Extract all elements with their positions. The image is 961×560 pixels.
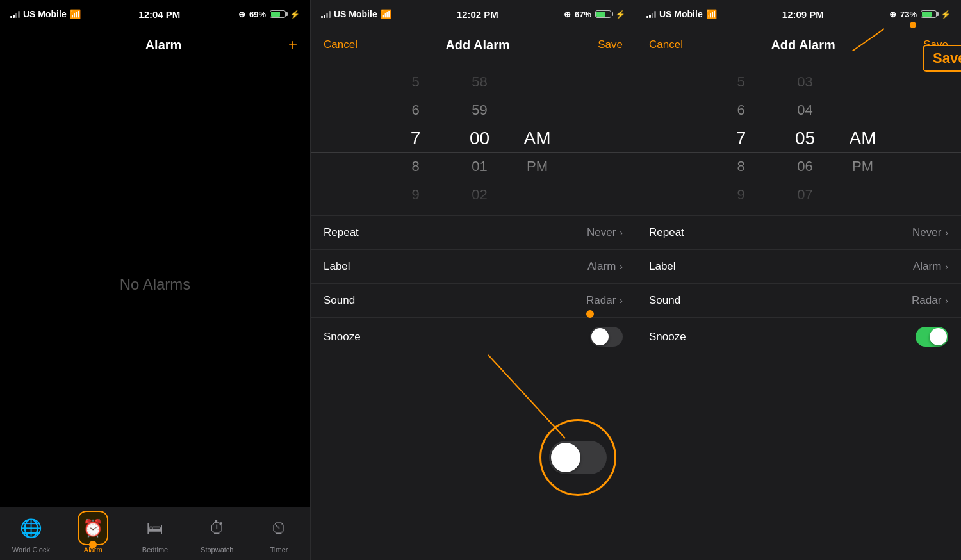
min-selected: 00 <box>448 124 512 152</box>
battery-pct-2: 67% <box>575 10 591 19</box>
sound-value-2: Radar › <box>912 294 948 307</box>
tab-stopwatch-label: Stopwatch <box>201 546 233 554</box>
ampm-row <box>512 96 563 124</box>
status-left-2: US Mobile 📶 <box>321 9 391 19</box>
time-picker-2[interactable]: 4 5 6 7 8 9 10 02 03 04 05 06 07 08 <box>636 62 961 215</box>
snooze-row-2: Snooze <box>636 318 961 356</box>
tab-alarm[interactable]: ⏰ Alarm <box>62 513 124 554</box>
tab-stopwatch[interactable]: ⏱ Stopwatch <box>186 513 248 554</box>
location-icon: ⊕ <box>238 10 245 19</box>
add-alarm-panel-2: US Mobile 📶 12:09 PM ⊕ 73% ⚡ Cancel Add … <box>636 0 961 560</box>
status-right-3: ⊕ 73% ⚡ <box>889 10 951 19</box>
hour-row: 6 <box>709 96 773 124</box>
label-chevron-1: › <box>620 261 623 272</box>
min-row: 02 <box>448 181 512 209</box>
toggle-annotation-dot <box>586 310 594 318</box>
battery-pct-3: 73% <box>900 10 917 19</box>
svg-line-0 <box>488 355 565 438</box>
min-row: 01 <box>448 152 512 181</box>
save-button-1[interactable]: Save <box>598 38 623 51</box>
ampm-row: PM <box>512 152 563 181</box>
repeat-row-1[interactable]: Repeat Never › <box>311 216 636 250</box>
world-clock-icon: 🌐 <box>20 518 42 539</box>
min-row: 06 <box>773 152 837 181</box>
ampm-row <box>837 62 889 68</box>
label-value-1: Alarm › <box>587 260 623 273</box>
signal-icon <box>10 10 20 18</box>
hour-row: 4 <box>384 62 448 68</box>
clock-1: 12:04 PM <box>138 9 180 20</box>
sound-value-1: Radar › <box>586 294 623 307</box>
hour-selected: 7 <box>384 124 448 152</box>
battery-icon-3 <box>921 10 937 18</box>
signal-icon-2 <box>321 10 331 18</box>
charging-icon-2: ⚡ <box>615 10 625 19</box>
time-picker-inner-1: 4 5 6 7 8 9 10 57 58 59 00 01 02 03 <box>311 62 636 215</box>
repeat-row-2[interactable]: Repeat Never › <box>636 216 961 250</box>
timer-icon-wrap: ⏲ <box>264 513 295 543</box>
ampm-row <box>512 181 563 209</box>
svg-line-1 <box>852 29 884 51</box>
time-picker-1[interactable]: 4 5 6 7 8 9 10 57 58 59 00 01 02 03 <box>311 62 636 215</box>
time-picker-inner-2: 4 5 6 7 8 9 10 02 03 04 05 06 07 08 <box>636 62 961 215</box>
repeat-chevron-1: › <box>620 227 623 238</box>
snooze-toggle-2[interactable] <box>916 327 948 347</box>
cancel-button-2[interactable]: Cancel <box>649 38 683 51</box>
tab-world-clock-label: World Clock <box>12 546 50 554</box>
sound-text-1: Radar <box>586 294 616 307</box>
save-button-2[interactable]: Save <box>923 38 948 51</box>
add-alarm-nav-1: Cancel Add Alarm Save <box>311 28 636 62</box>
repeat-label-2: Repeat <box>649 226 684 239</box>
save-annotation-dot <box>910 22 916 28</box>
label-value-2: Alarm › <box>913 260 948 273</box>
repeat-value-2: Never › <box>912 226 948 239</box>
tab-bedtime-label: Bedtime <box>142 546 168 554</box>
stopwatch-icon-wrap: ⏱ <box>202 513 233 543</box>
status-bar-1: US Mobile 📶 12:04 PM ⊕ 69% ⚡ <box>0 0 310 28</box>
alarm-icon-wrap: ⏰ <box>78 513 108 543</box>
ampm-row <box>837 209 889 215</box>
tab-alarm-label: Alarm <box>84 546 103 554</box>
stopwatch-icon: ⏱ <box>209 518 226 538</box>
label-row-1[interactable]: Label Alarm › <box>311 250 636 284</box>
ampm-row <box>837 181 889 209</box>
alarm-nav: Alarm + <box>0 28 310 62</box>
carrier-label-2: US Mobile <box>334 9 377 19</box>
sound-chevron-1: › <box>620 295 623 306</box>
hour-row: 9 <box>384 181 448 209</box>
carrier-label-1: US Mobile <box>23 9 67 19</box>
repeat-label-1: Repeat <box>324 226 359 239</box>
cancel-button-1[interactable]: Cancel <box>324 38 357 51</box>
timer-icon: ⏲ <box>271 518 288 538</box>
add-alarm-panel-1: US Mobile 📶 12:02 PM ⊕ 67% ⚡ Cancel Add … <box>310 0 636 560</box>
tab-world-clock[interactable]: 🌐 World Clock <box>0 513 62 554</box>
battery-icon-2 <box>595 10 611 18</box>
hour-row: 10 <box>709 209 773 215</box>
add-alarm-title-1: Add Alarm <box>445 38 509 53</box>
sound-text-2: Radar <box>912 294 941 307</box>
ampm-row <box>512 209 563 215</box>
wifi-icon: 📶 <box>70 9 81 19</box>
big-toggle <box>549 441 607 474</box>
snooze-label-2: Snooze <box>649 331 686 343</box>
hour-row: 5 <box>709 68 773 96</box>
alarm-title: Alarm <box>145 38 182 53</box>
alarm-options-1: Repeat Never › Label Alarm › Sound Radar… <box>311 215 636 356</box>
no-alarms-text: No Alarms <box>0 62 310 507</box>
min-selected-2: 05 <box>773 124 837 152</box>
hour-row: 5 <box>384 68 448 96</box>
tab-timer[interactable]: ⏲ Timer <box>248 513 310 554</box>
status-left-3: US Mobile 📶 <box>646 9 717 19</box>
label-row-2[interactable]: Label Alarm › <box>636 250 961 284</box>
tab-bedtime[interactable]: 🛏 Bedtime <box>124 513 186 554</box>
add-alarm-button[interactable]: + <box>288 37 297 53</box>
min-row: 57 <box>448 62 512 68</box>
ampm-row <box>512 68 563 96</box>
sound-row-2[interactable]: Sound Radar › <box>636 284 961 318</box>
status-bar-2: US Mobile 📶 12:02 PM ⊕ 67% ⚡ <box>311 0 636 28</box>
big-toggle-thumb <box>551 443 580 472</box>
status-left-1: US Mobile 📶 <box>10 9 81 19</box>
hour-row: 10 <box>384 209 448 215</box>
battery-pct-1: 69% <box>249 10 266 19</box>
min-row: 03 <box>448 209 512 215</box>
